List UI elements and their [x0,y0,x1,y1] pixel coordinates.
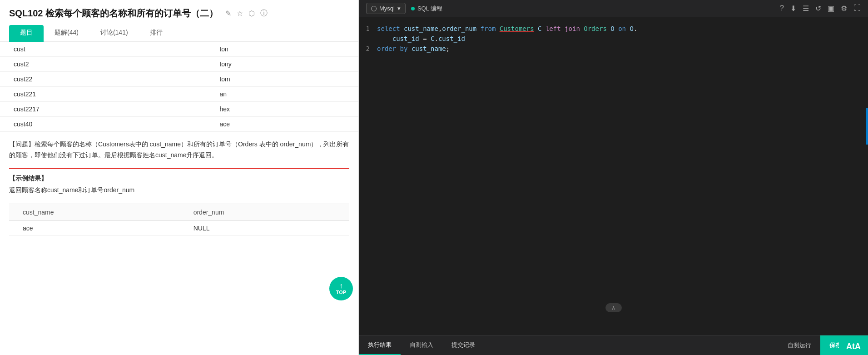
tab-execute-result[interactable]: 执行结果 [359,335,401,355]
arrow-up-icon: ↑ [339,282,343,290]
format-icon[interactable]: ☰ [803,4,809,13]
tab-self-test-input[interactable]: 自测输入 [401,335,442,355]
expand-icon[interactable]: ⛶ [853,4,861,13]
table-cell: cust40 [0,117,206,132]
status-dot [411,7,415,10]
table-cell: hex [206,102,358,117]
col-order-num: order_num [180,204,349,220]
table-cell: cust22 [0,72,206,87]
table-cell: an [206,87,358,102]
tab-solution[interactable]: 题解(44) [44,25,89,42]
self-run-button[interactable]: 自测运行 [779,335,820,355]
table-header-row: cust_name order_num [9,204,349,220]
ata-label: AtA [839,338,868,355]
three-dots-menu[interactable]: ⋮ [359,170,360,175]
refresh-icon[interactable]: ↺ [815,4,821,13]
red-divider [9,168,349,169]
toolbar-icons: ? ⬇ ☰ ↺ ▣ ⚙ ⛶ [780,4,861,13]
table-cell: cust221 [0,87,206,102]
info-icon[interactable]: ⓘ [260,9,268,18]
window-icon[interactable]: ▣ [828,4,834,13]
tab-bar: 题目 题解(44) 讨论(141) 排行 [9,25,349,41]
table-row: ace NULL [9,220,349,235]
editor-toolbar: Mysql ▾ SQL 编程 ? ⬇ ☰ ↺ ▣ ⚙ ⛶ [359,0,868,17]
table-cell: ace [206,117,358,132]
question-block: 【问题】检索每个顾客的名称（Customers表中的 cust_name）和所有… [0,132,358,168]
sql-label: SQL 编程 [417,5,442,13]
left-panel: SQL102 检索每个顾客的名称和所有的订单号（二） ✎ ☆ ⬡ ⓘ 题目 题解… [0,0,359,355]
table-cell: cust2217 [0,102,206,117]
table-row: cust ton [0,42,358,57]
table-cell: ton [206,42,358,57]
example-desc: 返回顾客名称cust_name和订单号order_num [0,185,358,200]
tab-submit-record[interactable]: 提交记录 [442,335,484,355]
table-cell: cust2 [0,57,206,72]
line-number-2 [359,35,377,35]
download-icon[interactable]: ⬇ [790,4,796,13]
line-content-1: select cust_name,order_num from Customer… [377,25,868,32]
table-row: cust22 tom [0,72,358,87]
table-row: cust2 tony [0,57,358,72]
code-editor[interactable]: 1 select cust_name,order_num from Custom… [359,17,868,335]
right-panel: Mysql ▾ SQL 编程 ? ⬇ ☰ ↺ ▣ ⚙ ⛶ 1 select cu… [359,0,868,355]
table-cell-ace: ace [9,220,180,235]
col-cust-name: cust_name [9,204,180,220]
table-cell: tom [206,72,358,87]
content-area[interactable]: cust ton cust2 tony cust22 tom cust221 a… [0,42,358,355]
help-icon[interactable]: ? [780,4,784,13]
result-table: cust_name order_num ace NULL [9,204,349,236]
table-row: cust221 an [0,87,358,102]
bottom-toolbar: 执行结果 自测输入 提交记录 自测运行 保存并提交 [359,335,868,355]
title-icons: ✎ ☆ ⬡ ⓘ [225,9,268,18]
scroll-bar[interactable] [866,108,868,145]
preview-table: cust ton cust2 tony cust22 tom cust221 a… [0,42,358,132]
tab-discussion[interactable]: 讨论(141) [89,25,139,42]
table-cell-null: NULL [180,220,349,235]
code-line-1: 1 select cust_name,order_num from Custom… [359,25,868,35]
table-row: cust2217 hex [0,102,358,117]
tab-question[interactable]: 题目 [9,25,44,42]
line-content-3: order by cust_name; [377,45,868,52]
table-cell: cust [0,42,206,57]
edit-icon[interactable]: ✎ [225,9,231,18]
example-title: 【示例结果】 [0,171,358,185]
settings-icon[interactable]: ⚙ [841,4,847,13]
top-button[interactable]: ↑ TOP [329,277,353,300]
title-row: SQL102 检索每个顾客的名称和所有的订单号（二） ✎ ☆ ⬡ ⓘ [9,7,349,20]
header: SQL102 检索每个顾客的名称和所有的订单号（二） ✎ ☆ ⬡ ⓘ 题目 题解… [0,0,358,42]
sql-badge: SQL 编程 [411,5,442,13]
code-line-3: 2 order by cust_name; [359,45,868,55]
top-label: TOP [336,290,346,295]
chevron-up-button[interactable]: ∧ [605,303,622,312]
db-label: Mysql [379,5,395,12]
page-title: SQL102 检索每个顾客的名称和所有的订单号（二） [9,7,218,20]
code-line-2: cust_id = C.cust_id [359,35,868,45]
line-number-3: 2 [359,45,377,52]
chevron-down-icon: ▾ [397,5,401,12]
table-row: cust40 ace [0,117,358,132]
db-selector[interactable]: Mysql ▾ [366,3,406,14]
question-text: 【问题】检索每个顾客的名称（Customers表中的 cust_name）和所有… [9,140,349,159]
share-icon[interactable]: ⬡ [248,9,255,18]
star-icon[interactable]: ☆ [237,9,243,18]
table-cell: tony [206,57,358,72]
db-icon [371,6,377,11]
line-number-1: 1 [359,25,377,32]
tab-ranking[interactable]: 排行 [139,25,174,42]
line-content-2: cust_id = C.cust_id [377,35,868,42]
